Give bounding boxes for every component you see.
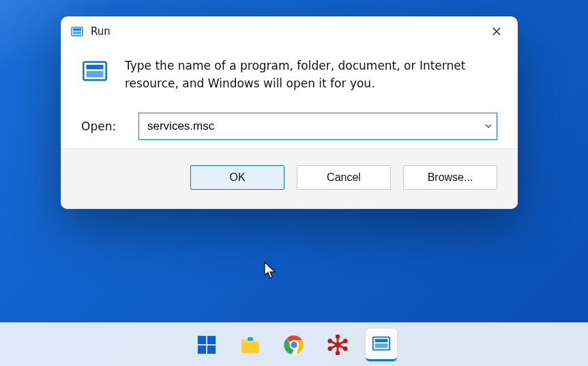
open-label: Open: (81, 119, 122, 133)
open-input[interactable] (138, 113, 497, 140)
button-bar: OK Cancel Browse... (61, 148, 518, 209)
taskbar-file-explorer[interactable] (235, 329, 266, 361)
folder-icon (239, 334, 261, 356)
mouse-cursor (264, 262, 276, 279)
dialog-description: Type the name of a program, folder, docu… (125, 57, 480, 92)
svg-rect-6 (87, 65, 104, 70)
svg-rect-9 (198, 335, 206, 343)
svg-rect-10 (207, 335, 216, 343)
svg-point-22 (344, 339, 347, 342)
filezilla-icon (327, 335, 348, 355)
svg-rect-2 (73, 31, 82, 34)
svg-rect-12 (207, 345, 216, 353)
open-combobox[interactable] (138, 113, 497, 140)
taskbar-start[interactable] (191, 329, 222, 361)
svg-point-24 (344, 347, 347, 350)
svg-rect-32 (375, 339, 388, 342)
svg-rect-11 (198, 345, 206, 353)
close-icon (492, 27, 501, 36)
run-dialog: Run Type the name of a program, folder, … (61, 16, 518, 209)
taskbar (0, 322, 588, 366)
svg-rect-14 (248, 337, 253, 341)
svg-point-26 (336, 352, 339, 354)
chrome-icon (284, 335, 304, 355)
open-row: Open: (61, 98, 518, 148)
svg-rect-1 (73, 29, 82, 31)
svg-point-30 (329, 339, 332, 342)
window-title: Run (91, 25, 111, 38)
cancel-button[interactable]: Cancel (297, 165, 391, 190)
svg-rect-7 (87, 71, 104, 77)
svg-rect-33 (375, 343, 388, 348)
svg-point-20 (336, 335, 339, 337)
taskbar-chrome[interactable] (278, 329, 310, 361)
run-icon-large (81, 57, 108, 85)
ok-button[interactable]: OK (190, 165, 284, 190)
svg-rect-13 (241, 343, 259, 353)
svg-marker-8 (265, 262, 275, 278)
run-icon (70, 25, 84, 38)
run-app-icon (371, 333, 392, 354)
svg-point-28 (329, 347, 332, 350)
taskbar-run[interactable] (366, 328, 397, 361)
taskbar-filezilla[interactable] (322, 329, 353, 361)
windows-start-icon (196, 335, 217, 355)
dialog-body: Type the name of a program, folder, docu… (61, 46, 518, 98)
browse-button[interactable]: Browse... (403, 165, 497, 190)
close-button[interactable] (481, 20, 512, 42)
titlebar: Run (61, 16, 518, 46)
